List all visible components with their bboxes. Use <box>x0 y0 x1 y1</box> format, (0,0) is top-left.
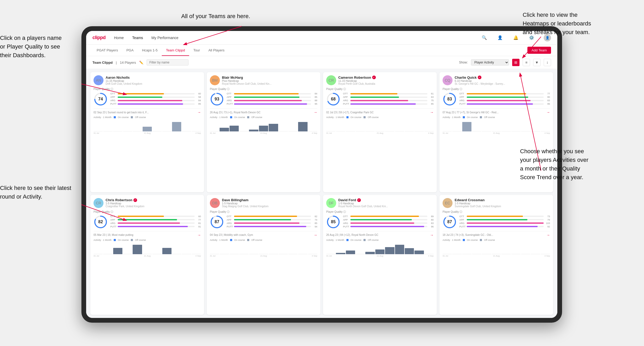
quality-label: Player Quality ⓘ <box>94 87 201 91</box>
player-name[interactable]: Dave Billingham <box>222 198 317 202</box>
bar-value: 86 <box>545 103 550 105</box>
search-input[interactable] <box>147 59 189 66</box>
off-course-label: Off course <box>368 239 378 241</box>
bell-icon[interactable]: 🔔 <box>512 34 520 41</box>
bar-row: OTT 73 <box>459 215 550 218</box>
quality-score: 74 <box>98 97 103 102</box>
quality-section[interactable]: 85 OTT 89 APP 80 ARG 83 PUTT <box>326 215 434 229</box>
bar-value: 84 <box>196 99 201 102</box>
player-name[interactable]: Aaron Nicholls <box>106 76 201 79</box>
latest-round[interactable]: 26 Aug 23 | 73 (+1), Royal North Devon G… <box>210 108 317 114</box>
chart-bar <box>172 122 181 131</box>
tab-hcaps[interactable]: Hcaps 1-5 <box>138 45 162 56</box>
bar-row: OTT 60 <box>110 215 201 218</box>
axis-mid: 21 Aug <box>260 255 267 257</box>
off-course-dot <box>247 239 249 241</box>
bar-row: PUTT 85 <box>343 103 434 105</box>
bar-row: ARG 85 <box>227 222 317 225</box>
player-name[interactable]: Cameron Robertson ✓ <box>338 76 434 79</box>
latest-round[interactable]: 04 Sep 23 | Mobility with coach, Gym → <box>210 231 317 237</box>
tab-pga[interactable]: PGA <box>122 45 138 56</box>
player-card-header: CQ Charlie Quick ✓ 6-10 Handicap St. Geo… <box>443 75 550 85</box>
edit-icon[interactable]: ✏️ <box>139 61 143 65</box>
list-view-icon[interactable]: ≡ <box>523 59 530 66</box>
latest-round[interactable]: 02 Jul 23 | 59 (+17), Craigmillar Park G… <box>326 108 434 114</box>
quality-section[interactable]: 87 OTT 82 APP 74 ARG 85 PUTT <box>210 215 317 229</box>
latest-round[interactable]: 02 Sep 23 | Sunset round to get back int… <box>94 108 201 114</box>
sort-icon[interactable]: ↕ <box>544 59 551 66</box>
quality-circle[interactable]: 83 <box>443 92 457 106</box>
on-course-dot <box>463 239 465 241</box>
off-course-dot <box>480 239 482 241</box>
tab-tour[interactable]: Tour <box>189 45 204 56</box>
tab-all-players[interactable]: All Players <box>204 45 228 56</box>
quality-section[interactable]: 74 OTT 60 APP 58 ARG 84 PUTT <box>94 92 201 106</box>
player-name[interactable]: Blair McHarg <box>222 76 317 79</box>
player-card[interactable]: AN Aaron Nicholls 11-15 Handicap Drift G… <box>90 72 204 192</box>
chart-axis: 31 Jul 21 Aug 4 Sep <box>326 132 434 134</box>
nav-home[interactable]: Home <box>114 35 124 41</box>
off-course-label: Off course <box>251 116 262 119</box>
player-club: Royal North Devon Golf Club, United Kni.… <box>338 205 434 208</box>
latest-round-arrow: → <box>197 110 201 114</box>
tab-team-clippd[interactable]: Team Clippd <box>162 45 189 56</box>
off-course-dot <box>131 116 133 118</box>
profile-icon[interactable]: 👤 <box>496 34 504 41</box>
player-card[interactable]: EC Edward Crossman 1-5 Handicap Sunningd… <box>439 195 553 315</box>
quality-circle[interactable]: 82 <box>94 215 108 229</box>
search-icon[interactable]: 🔍 <box>481 34 488 41</box>
player-name[interactable]: Chris Robertson ✓ <box>106 198 201 202</box>
bar-value: 82 <box>312 215 317 218</box>
nav-teams[interactable]: Teams <box>132 35 143 41</box>
bar-value: 80 <box>545 96 550 98</box>
grid-view-icon[interactable]: ⊞ <box>512 59 520 66</box>
quality-section[interactable]: 93 OTT 84 APP 85 ARG 88 PUTT <box>210 92 317 106</box>
quality-section[interactable]: 87 OTT 73 APP 79 ARG 103 PUTT <box>443 215 550 229</box>
filter-icon[interactable]: ▼ <box>533 59 541 66</box>
player-card[interactable]: DB Dave Billingham 1-5 Handicap Stag Mai… <box>207 195 320 315</box>
player-card[interactable]: CR Chris Robertson ✓ 1-5 Handicap Craigm… <box>90 195 204 315</box>
player-info: Cameron Robertson ✓ 11-15 Handicap Royal… <box>338 76 434 85</box>
player-card[interactable]: DF David Ford ✓ 1-5 Handicap Royal North… <box>323 195 437 315</box>
activity-label: Activity · 1 Month On course Off course <box>94 239 201 241</box>
add-team-button[interactable]: Add Team <box>527 47 551 54</box>
latest-round[interactable]: 26 Aug 23 | 84 (+12), Royal North Devon … <box>326 231 434 237</box>
quality-circle[interactable]: 74 <box>94 92 108 106</box>
player-card[interactable]: BM Blair McHarg Plus Handicap Royal Nort… <box>207 72 320 192</box>
chart-bar <box>521 131 530 131</box>
chart-area: 31 Jul 21 Aug 4 Sep <box>94 120 201 134</box>
bar-row: ARG 83 <box>459 99 550 102</box>
quality-circle[interactable]: 87 <box>210 215 224 229</box>
bar-value: 85 <box>196 103 201 105</box>
latest-round[interactable]: 05 Mar 23 | 19, Must make putting → <box>94 231 201 237</box>
chart-bar <box>385 131 394 131</box>
quality-circle[interactable]: 93 <box>210 92 224 106</box>
player-avatar: CQ <box>443 75 453 85</box>
player-name[interactable]: Charlie Quick ✓ <box>455 76 550 79</box>
chart-axis: 31 Jul 21 Aug 4 Sep <box>443 132 550 134</box>
tab-pgat-players[interactable]: PGAT Players <box>92 45 122 56</box>
player-name[interactable]: Edward Crossman <box>455 198 550 202</box>
on-course-dot <box>114 239 116 241</box>
quality-circle[interactable]: 85 <box>326 215 340 229</box>
on-course-label: On course <box>234 116 245 119</box>
quality-circle[interactable]: 87 <box>443 215 457 229</box>
nav-performance[interactable]: My Performance <box>152 35 179 41</box>
player-card[interactable]: CR Cameron Robertson ✓ 11-15 Handicap Ro… <box>323 72 437 192</box>
latest-round[interactable]: 07 Aug 23 | 77 (+7), St George's Hill GC… <box>443 108 550 114</box>
verified-badge: ✓ <box>133 198 137 202</box>
chart-axis: 31 Jul 21 Aug 4 Sep <box>443 255 550 257</box>
chart-bars <box>443 242 550 254</box>
latest-round[interactable]: 18 Jul 23 | 74 (+3), Sunningdale GC - Ol… <box>443 231 550 237</box>
axis-mid: 21 Aug <box>144 255 150 257</box>
verified-badge: ✓ <box>372 76 376 79</box>
quality-section[interactable]: 82 OTT 60 APP 77 ARG 81 PUTT <box>94 215 201 229</box>
show-select[interactable]: Player Activity Quality Score Trend <box>471 59 509 66</box>
bar-track <box>234 222 311 224</box>
quality-circle[interactable]: 68 <box>326 92 340 106</box>
quality-section[interactable]: 83 OTT 77 APP 80 ARG 83 PUTT <box>443 92 550 106</box>
quality-section[interactable]: 68 OTT 61 APP 63 ARG 75 PUTT <box>326 92 434 106</box>
player-name[interactable]: David Ford ✓ <box>338 198 434 202</box>
quality-bars: OTT 82 APP 74 ARG 85 PUTT 94 <box>227 215 317 229</box>
quality-bars: OTT 61 APP 63 ARG 75 PUTT 85 <box>343 92 434 106</box>
